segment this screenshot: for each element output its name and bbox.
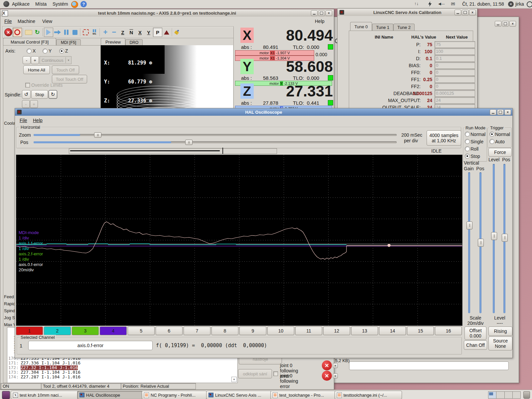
trigger-pos-slider[interactable] <box>503 164 505 313</box>
menu-aplikace[interactable]: Aplikace <box>12 1 30 7</box>
channel-button-3[interactable]: 3 <box>72 327 99 335</box>
param-next-input[interactable]: 75 <box>435 41 475 48</box>
tab-mdi[interactable]: MDI [F5] <box>56 39 81 46</box>
runmode-single-radio[interactable] <box>465 139 470 144</box>
channel-button-9[interactable]: 9 <box>239 327 266 335</box>
notification-close-1[interactable]: × <box>333 363 338 368</box>
spindle-minus-button[interactable]: - <box>22 100 30 108</box>
param-next-input[interactable]: 0.1 <box>435 55 475 62</box>
gain-slider-handle[interactable] <box>466 221 472 229</box>
taskbar-item-axis[interactable]: X test kruh 10mm naci... <box>11 391 80 399</box>
machine-power-button[interactable] <box>13 28 22 37</box>
reload-icon[interactable]: ↻ <box>33 28 42 37</box>
network-icon[interactable]: ↑↓ <box>414 1 419 6</box>
maximize-icon[interactable] <box>318 10 325 16</box>
scope-menu-help[interactable]: Help <box>33 118 43 123</box>
param-next-input[interactable]: 100 <box>435 48 475 55</box>
pause-button[interactable] <box>62 28 70 37</box>
channel-button-13[interactable]: 13 <box>351 327 378 335</box>
volume-muted-icon[interactable]: ◀--- <box>438 2 445 6</box>
username[interactable]: jirka <box>515 1 524 7</box>
maximize-icon[interactable] <box>462 10 468 15</box>
param-next-input[interactable]: 0.000125 <box>435 90 475 97</box>
gcode-line[interactable]: Z27.287 I-1.104 J-1.016 <box>21 375 80 379</box>
trigger-normal-radio[interactable] <box>489 132 494 137</box>
trigger-level-slider[interactable] <box>493 164 495 313</box>
param-next-input[interactable]: 24 <box>435 97 475 104</box>
trash-icon[interactable] <box>523 391 530 399</box>
gcode-line[interactable]: Z27.304 I-1.104 J-1.016 <box>21 370 80 375</box>
maximize-icon[interactable] <box>502 21 509 27</box>
samples-button[interactable]: 4000 samples at 1,00 KHz <box>427 130 461 146</box>
taskbar-item-oscilloscope[interactable]: HAL Oscilloscope <box>77 391 143 399</box>
force-button[interactable]: Force <box>488 148 512 157</box>
close-icon[interactable]: × <box>509 21 516 27</box>
firefox-icon[interactable] <box>71 1 78 8</box>
vpos-slider[interactable] <box>479 172 481 313</box>
user-status-icon[interactable]: ✕ <box>508 1 514 7</box>
channel-button-1[interactable]: 1 <box>16 327 43 335</box>
param-next-input[interactable]: 0 <box>435 69 475 76</box>
close-icon[interactable]: × <box>469 10 476 15</box>
notification-close-2[interactable]: × <box>333 373 338 378</box>
workspace-switcher[interactable] <box>488 391 521 399</box>
workspace-1[interactable] <box>488 392 496 398</box>
show-desktop-icon[interactable] <box>2 391 10 399</box>
view-p-icon[interactable]: P <box>153 28 162 37</box>
channel-button-12[interactable]: 12 <box>323 327 350 335</box>
skip-lines-icon[interactable] <box>81 28 90 37</box>
view-z2-icon[interactable]: N <box>127 28 136 37</box>
trigger-auto-radio[interactable] <box>489 139 494 144</box>
edge-button[interactable]: Rising <box>488 327 512 336</box>
view-z-icon[interactable]: Z <box>118 28 127 37</box>
odklopit-checkbox[interactable] <box>273 371 278 376</box>
tab-dro[interactable]: DRO <box>125 39 143 46</box>
trigger-pos-handle[interactable] <box>502 234 508 242</box>
spindle-ccw-button[interactable]: ↺ <box>22 90 31 99</box>
view-y-icon[interactable]: Y <box>144 28 153 37</box>
run-button[interactable] <box>44 28 53 37</box>
axis-radio-y[interactable] <box>43 49 48 54</box>
channel-button-11[interactable]: 11 <box>295 327 322 335</box>
gcode-line-highlighted[interactable]: Z27.32 I-1.104 J-1.016 <box>21 365 78 370</box>
distro-logo-icon[interactable] <box>3 1 9 7</box>
help-icon[interactable]: ? <box>80 1 87 7</box>
axis-menu-machine[interactable]: Machine <box>18 19 35 24</box>
tab-preview[interactable]: Preview <box>101 38 125 46</box>
channel-button-5[interactable]: 5 <box>128 327 155 335</box>
minimize-icon[interactable] <box>495 21 501 27</box>
taskbar-item-test-toolchange[interactable]: test_toolchange - Pro... <box>270 391 337 399</box>
param-next-input[interactable]: 0 <box>435 62 475 69</box>
axis-titlebar[interactable]: X test kruh 10mm nacisto.ngc - AXIS 2.8.… <box>0 9 334 17</box>
chan-off-button[interactable]: Chan Off <box>464 340 487 350</box>
touch-off-button[interactable]: Touch Off <box>52 66 79 74</box>
minimize-icon[interactable] <box>455 10 461 15</box>
channel-button-16[interactable]: 16 <box>435 327 462 335</box>
gcode-line[interactable]: Z27.336 I-1.104 J-1.016 <box>21 361 80 365</box>
zoom-out-icon[interactable]: − <box>110 28 118 37</box>
taskbar-item-ini-file[interactable]: testtoolchange.ini (~/... <box>334 391 402 399</box>
open-file-icon[interactable] <box>24 28 33 37</box>
runmode-normal-radio[interactable] <box>465 132 470 137</box>
channel-button-2[interactable]: 2 <box>44 327 71 335</box>
workspace-2[interactable] <box>496 392 504 398</box>
tab-tune1[interactable]: Tune 1 <box>372 24 393 31</box>
jog-mode-dropdown[interactable]: Continuous ▼ <box>40 56 71 64</box>
param-next-input[interactable]: 0 <box>435 83 475 90</box>
scope-screen[interactable]: MDI-mode 1 /div axis.1.f-error 1 /div ax… <box>16 155 463 326</box>
close-icon[interactable]: × <box>504 109 511 115</box>
channel-button-6[interactable]: 6 <box>156 327 183 335</box>
channel-button-10[interactable]: 10 <box>267 327 294 335</box>
gain-slider[interactable] <box>468 172 470 313</box>
pos-slider-handle[interactable] <box>185 140 193 145</box>
axis-menu-view[interactable]: View <box>42 19 52 24</box>
trigger-level-handle[interactable] <box>491 232 497 240</box>
workspace-3[interactable] <box>505 392 513 398</box>
channel-button-15[interactable]: 15 <box>407 327 434 335</box>
channel-button-4[interactable]: 4 <box>100 327 127 335</box>
channel-button-7[interactable]: 7 <box>184 327 210 335</box>
power-manager-icon[interactable] <box>428 1 432 7</box>
oscilloscope-titlebar[interactable]: HAL Oscilloscope × <box>15 108 512 116</box>
source-button[interactable]: Source None <box>488 336 512 350</box>
runmode-stop-radio[interactable] <box>465 154 470 159</box>
